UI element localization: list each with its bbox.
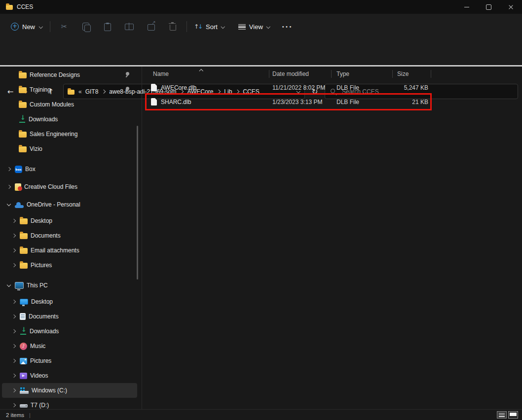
pin-icon [125,72,130,78]
folder-icon [19,102,27,108]
copy-button[interactable] [77,19,94,35]
chevron-right-icon[interactable] [11,343,17,349]
desktop-icon [20,299,28,305]
sidebar-item-label: Box [25,166,36,173]
delete-button[interactable] [164,19,181,35]
chevron-right-icon[interactable] [11,218,17,224]
sidebar-item-desktop[interactable]: Desktop [2,294,137,309]
file-row-sharc-dlb[interactable]: SHARC.dlb1/23/2023 3:13 PMDLB File21 KB [142,95,522,109]
column-header-size[interactable]: Size [393,68,431,80]
rename-button[interactable] [121,19,138,35]
chevron-right-icon[interactable] [11,314,17,319]
maximize-icon [486,4,491,10]
column-header-label: Size [397,70,409,77]
sidebar-item-documents[interactable]: Documents [2,228,137,243]
chevron-right-icon[interactable] [11,247,17,253]
file-size: 5,247 KB [393,84,431,91]
navigation-bar: « GIT8awe8-bsp-adi-21569-somAWECoreLibCC… [0,39,522,65]
sidebar-item-label: Desktop [31,217,52,224]
details-view-button[interactable] [497,411,507,419]
chevron-right-icon[interactable] [11,262,17,268]
box-icon [15,166,22,173]
titlebar: CCES [0,0,522,14]
chevron-right-icon[interactable] [6,184,12,190]
new-button[interactable]: New [7,20,47,34]
file-size: 21 KB [393,99,431,105]
sidebar-item-label: OneDrive - Personal [27,201,80,208]
sidebar-item-pictures[interactable]: Pictures [2,258,137,273]
sidebar-item-music[interactable]: Music [2,339,137,353]
sidebar-item-label: Sales Engineering [30,131,77,138]
chevron-right-icon[interactable] [11,373,17,379]
sidebar-item-sales-engineering[interactable]: Sales Engineering [2,127,137,141]
see-more-button[interactable] [279,19,296,35]
minimize-button[interactable] [455,0,478,14]
status-bar: 2 items | [0,409,522,420]
chevron-right-icon[interactable] [11,233,17,239]
sidebar-item-downloads[interactable]: Downloads [2,324,137,339]
column-header-type[interactable]: Type [332,68,393,80]
view-button[interactable]: View [234,20,275,34]
chevron-down-icon [221,25,225,29]
column-header-date-modified[interactable]: Date modified [269,68,332,80]
sidebar-item-this-pc[interactable]: This PC [2,277,137,294]
chevron-down-icon[interactable] [6,282,12,288]
file-row-awecore-dlb[interactable]: AWECore.dlb11/21/2022 8:02 PMDLB File5,2… [142,80,522,95]
folder-icon [20,233,28,239]
sidebar-item-t7-d[interactable]: T7 (D:) [2,398,137,409]
share-button[interactable] [143,19,159,35]
chevron-right-icon[interactable] [6,166,12,172]
chevron-down-icon[interactable] [6,202,12,208]
sidebar-item-vizio[interactable]: Vizio [2,141,137,156]
documents-icon [20,313,26,320]
paste-icon [104,23,111,31]
sidebar-item-pictures[interactable]: Pictures [2,353,137,368]
sort-button[interactable]: Sort [190,20,229,34]
toolbar-divider [50,21,50,32]
file-list-pane: NameDate modifiedTypeSize AWECore.dlb11/… [142,67,522,409]
view-toggles [497,411,518,419]
file-icon [151,84,157,91]
sidebar-item-creative-cloud-files[interactable]: Creative Cloud Files [2,178,137,196]
maximize-button[interactable] [478,0,500,14]
cut-button[interactable] [56,19,73,35]
onedrive-icon [15,202,24,208]
new-button-label: New [22,23,35,31]
file-date-modified: 11/21/2022 8:02 PM [269,84,332,91]
sidebar-item-reference-designs[interactable]: Reference Designs [2,68,137,82]
sidebar-item-label: Downloads [30,328,59,335]
sidebar-item-email-attachments[interactable]: Email attachments [2,243,137,258]
close-button[interactable] [500,0,522,14]
copy-icon [82,23,89,31]
file-name: SHARC.dlb [161,99,191,105]
download-icon [20,328,27,335]
file-explorer-window: CCES New Sort View [0,0,522,420]
sidebar-scrollbar[interactable] [137,126,138,280]
paste-button[interactable] [99,19,116,35]
sidebar-item-box[interactable]: Box [2,160,137,178]
sidebar-item-onedrive-personal[interactable]: OneDrive - Personal [2,196,137,213]
folder-icon [20,218,28,224]
chevron-right-icon[interactable] [11,299,17,305]
folder-icon [19,146,27,152]
window-title: CCES [17,3,33,10]
chevron-right-icon[interactable] [11,387,17,393]
sidebar-item-downloads[interactable]: Downloads [2,112,137,127]
sidebar-item-custom-modules[interactable]: Custom Modules [2,97,137,112]
chevron-right-icon[interactable] [11,358,17,364]
rename-icon [125,24,134,30]
column-header-label: Name [153,70,169,77]
chevron-right-icon[interactable] [11,402,17,408]
large-icons-view-button[interactable] [508,411,518,419]
sidebar-item-videos[interactable]: Videos [2,368,137,383]
sidebar-item-label: Pictures [31,262,52,269]
sidebar-item-label: T7 (D:) [31,402,49,409]
column-header-name[interactable]: Name [142,68,269,80]
folder-icon [19,87,27,93]
command-toolbar: New Sort View [0,14,522,39]
sidebar-item-desktop[interactable]: Desktop [2,213,137,228]
sidebar-item-training[interactable]: Training [2,82,137,97]
chevron-right-icon[interactable] [11,328,17,334]
sidebar-item-windows-c[interactable]: Windows (C:) [2,383,137,398]
sidebar-item-documents[interactable]: Documents [2,309,137,324]
